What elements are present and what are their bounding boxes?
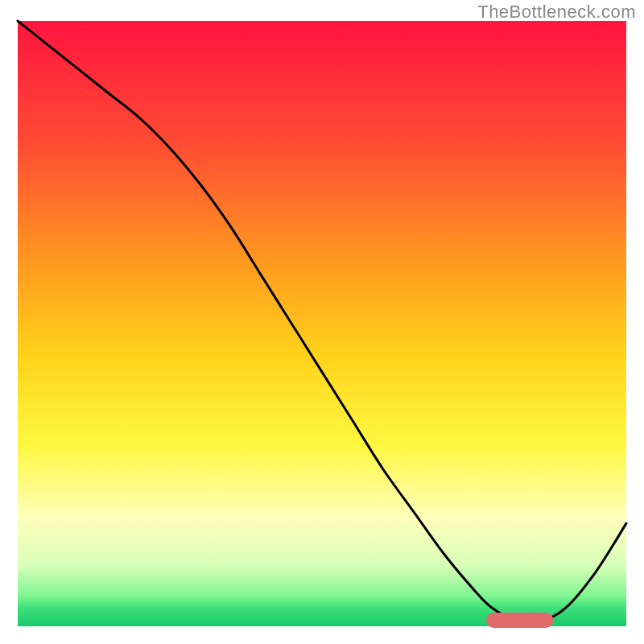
optimal-range [486,613,553,628]
watermark-text: TheBottleneck.com [477,2,636,23]
chart-background [18,21,626,626]
bottleneck-chart [0,0,644,644]
chart-container: TheBottleneck.com [0,0,644,644]
